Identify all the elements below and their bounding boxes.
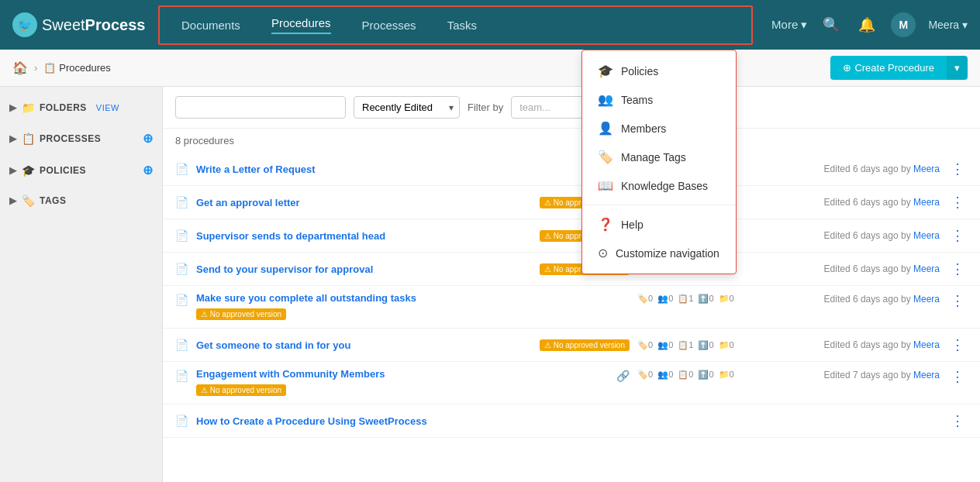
proc-meta: 🏷️0 👥0 📋1 ⬆️0 📁0: [637, 294, 777, 304]
logo-light: Sweet: [42, 16, 85, 33]
create-plus-icon: ⊕: [843, 62, 851, 74]
proc-meta: 🏷️0 👥0 📋1 ⬆️0 📁0: [637, 340, 777, 350]
proc-name[interactable]: Make sure you complete all outstanding t…: [196, 292, 630, 304]
policies-sidebar-icon: 🎓: [22, 164, 36, 177]
sidebar-item-tags[interactable]: ▶ 🏷️ TAGS: [0, 189, 162, 212]
table-row: 📄 How to Create a Procedure Using SweetP…: [163, 405, 980, 438]
proc-item-content: Engagement with Community Members ⚠ No a…: [196, 368, 609, 396]
sidebar-item-processes[interactable]: ▶ 📋 PROCESSES ⊕: [0, 126, 162, 151]
tags-label: TAGS: [40, 195, 66, 206]
bell-icon[interactable]: 🔔: [855, 13, 878, 36]
proc-more-button[interactable]: ⋮: [947, 292, 968, 309]
nav-processes[interactable]: Processes: [347, 12, 432, 38]
proc-item-content: Supervisor sends to departmental head ⚠ …: [196, 230, 630, 242]
user-menu[interactable]: Meera ▾: [928, 19, 968, 31]
no-approved-badge: ⚠ No approved version: [196, 384, 286, 396]
versions-count: ⬆️0: [698, 294, 713, 304]
nav-tasks[interactable]: Tasks: [432, 12, 492, 38]
proc-name-row: Supervisor sends to departmental head ⚠ …: [196, 230, 630, 242]
proc-more-button[interactable]: ⋮: [947, 412, 968, 429]
editor-link[interactable]: Meera: [913, 263, 940, 274]
create-procedure-button[interactable]: ⊕ Create Procedure: [830, 56, 947, 80]
proc-item-content: Get an approval letter ⚠ No approved ver…: [196, 197, 630, 208]
table-row: 📄 Get someone to stand in for you ⚠ No a…: [163, 329, 980, 362]
proc-name-row: Get someone to stand in for you ⚠ No app…: [196, 339, 630, 351]
dropdown-teams[interactable]: 👥 Teams: [582, 85, 736, 114]
proc-more-button[interactable]: ⋮: [947, 260, 968, 277]
editor-link[interactable]: Meera: [913, 339, 940, 350]
sidebar-section-processes: ▶ 📋 PROCESSES ⊕: [0, 126, 162, 151]
nav-documents[interactable]: Documents: [166, 12, 256, 38]
search-input[interactable]: [175, 96, 346, 119]
proc-more-button[interactable]: ⋮: [947, 368, 968, 385]
breadcrumb-separator: ›: [34, 62, 37, 74]
proc-name[interactable]: Supervisor sends to departmental head: [196, 230, 533, 242]
create-procedure-wrapper: ⊕ Create Procedure ▾: [830, 56, 968, 80]
doc-icon: 📄: [175, 196, 188, 208]
doc-icon: 📄: [175, 370, 188, 382]
versions-count: ⬆️0: [698, 370, 713, 380]
dropdown-policies[interactable]: 🎓 Policies: [582, 57, 736, 85]
table-row: 📄 Send to your supervisor for approval ⚠…: [163, 253, 980, 286]
nav-items: Documents Procedures Processes Tasks: [158, 5, 753, 45]
editor-link[interactable]: Meera: [913, 294, 940, 305]
dropdown-knowledge-bases[interactable]: 📖 Knowledge Bases: [582, 171, 736, 200]
policies-chevron-icon: ▶: [9, 165, 17, 176]
customize-icon: ⊙: [598, 246, 608, 260]
teams-count: 👥0: [657, 340, 673, 350]
proc-edited: Edited 7 days ago by Meera: [785, 370, 940, 380]
logo-area: 🐦 SweetProcess: [12, 12, 152, 37]
search-icon[interactable]: 🔍: [820, 13, 843, 36]
proc-more-button[interactable]: ⋮: [947, 194, 968, 211]
logo-text: SweetProcess: [42, 16, 145, 34]
members-icon: 👤: [598, 121, 613, 136]
breadcrumb: 🏠 › 📋 Procedures ⊕ Create Procedure ▾: [0, 50, 980, 87]
proc-name[interactable]: How to Create a Procedure Using SweetPro…: [196, 415, 630, 427]
breadcrumb-current: 📋 Procedures: [43, 62, 110, 74]
processes-label: PROCESSES: [40, 133, 101, 144]
breadcrumb-page-label: Procedures: [59, 62, 110, 74]
proc-more-button[interactable]: ⋮: [947, 160, 968, 177]
folders-count: 📁0: [719, 370, 734, 380]
processes-add-button[interactable]: ⊕: [143, 131, 154, 146]
tags-icon: 🏷️: [22, 195, 36, 207]
sidebar-item-policies[interactable]: ▶ 🎓 POLICIES ⊕: [0, 157, 162, 183]
sidebar-item-folders[interactable]: ▶ 📁 FOLDERS VIEW: [0, 96, 162, 119]
proc-name[interactable]: Send to your supervisor for approval: [196, 263, 533, 275]
proc-more-button[interactable]: ⋮: [947, 336, 968, 353]
editor-link[interactable]: Meera: [913, 164, 940, 174]
folders-view-label[interactable]: VIEW: [96, 103, 119, 112]
proc-name[interactable]: Engagement with Community Members: [196, 368, 609, 380]
proc-more-button[interactable]: ⋮: [947, 227, 968, 244]
table-row: 📄 Get an approval letter ⚠ No approved v…: [163, 186, 980, 219]
tags-count: 🏷️0: [637, 340, 653, 350]
proc-name[interactable]: Write a Letter of Request: [196, 164, 630, 175]
create-procedure-dropdown-button[interactable]: ▾: [947, 56, 968, 80]
logo-icon: 🐦: [12, 12, 37, 37]
breadcrumb-home[interactable]: 🏠: [12, 60, 28, 75]
filter-dropdown[interactable]: Recently Edited Title A-Z Recently Creat…: [354, 96, 460, 119]
proc-edited: Edited 6 days ago by Meera: [785, 230, 940, 241]
policies-label: POLICIES: [40, 165, 86, 176]
proc-meta: 🏷️0 👥0 📋0 ⬆️0 📁0: [637, 370, 777, 380]
nav-right: 🔍 🔔 M Meera ▾: [820, 12, 968, 37]
editor-link[interactable]: Meera: [913, 370, 940, 380]
nav-procedures[interactable]: Procedures: [256, 10, 347, 40]
proc-name-row: Send to your supervisor for approval ⚠ N…: [196, 263, 630, 275]
folders-count: 📁0: [719, 340, 734, 350]
policies-add-button[interactable]: ⊕: [143, 163, 154, 177]
dropdown-members[interactable]: 👤 Members: [582, 114, 736, 143]
proc-name[interactable]: Get an approval letter: [196, 197, 533, 208]
editor-link[interactable]: Meera: [913, 197, 940, 208]
dropdown-help[interactable]: ❓ Help: [582, 210, 736, 239]
dropdown-manage-tags[interactable]: 🏷️ Manage Tags: [582, 143, 736, 171]
dropdown-customize[interactable]: ⊙ Customize navigation: [582, 239, 736, 267]
nav-more[interactable]: More ▾: [759, 12, 820, 38]
search-wrapper: [175, 96, 346, 119]
editor-link[interactable]: Meera: [913, 230, 940, 241]
proc-item-content: Get someone to stand in for you ⚠ No app…: [196, 339, 630, 351]
filter-dropdown-wrapper: Recently Edited Title A-Z Recently Creat…: [354, 96, 460, 119]
link-icon: 🔗: [616, 370, 630, 382]
proc-name[interactable]: Get someone to stand in for you: [196, 339, 533, 351]
procedures-list: 📄 Write a Letter of Request Edited 6 day…: [163, 153, 980, 438]
